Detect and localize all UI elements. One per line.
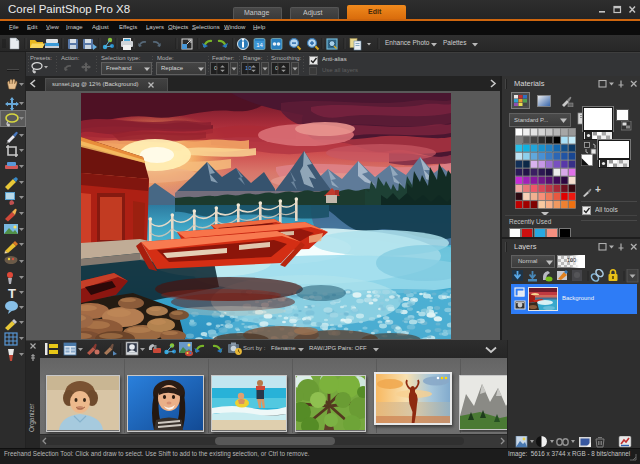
svg-text:T: T [8,286,16,301]
svg-text:14: 14 [256,42,263,48]
